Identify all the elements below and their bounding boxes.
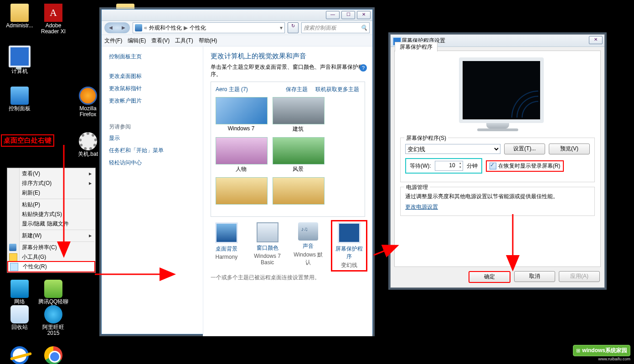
screensaver-select[interactable]: 变幻线	[405, 144, 500, 154]
theme-tile[interactable]: 人物	[216, 137, 267, 173]
sidebar-seealso-item[interactable]: 显示	[109, 134, 196, 142]
breadcrumb-item[interactable]: 个性化	[190, 24, 206, 32]
network-icon	[10, 280, 29, 298]
more-themes-link[interactable]: 联机获取更多主题	[315, 86, 359, 92]
settings-button[interactable]: 设置(T)...	[504, 144, 545, 154]
desktop-icon-aliwangwang[interactable]: 阿里旺旺2015	[37, 305, 69, 336]
sidebar-link[interactable]: 更改鼠标指针	[109, 85, 196, 92]
themes-box: 保存主题 联机获取更多主题 Aero 主题 (7) Windows 7 建筑 人…	[211, 82, 365, 217]
help-icon[interactable]: ?	[360, 64, 367, 72]
ctx-personalize[interactable]: 个性化(R)	[7, 261, 95, 272]
close-button[interactable]: ✕	[589, 36, 603, 44]
desktop-icon-recyclebin[interactable]: 回收站	[4, 305, 36, 330]
desktop-icon-chrome[interactable]	[37, 346, 69, 364]
page-subtitle: 单击某个主题立即更改桌面背景、窗口颜色、声音和屏幕保护程序。	[211, 63, 365, 78]
group-screensaver: 屏幕保护程序(S) 变幻线 设置(T)... 预览(V) 等待(W): 10 分…	[400, 138, 595, 182]
wait-unit: 分钟	[467, 162, 478, 170]
minimize-button[interactable]: —	[326, 11, 340, 19]
computer-icon	[9, 46, 31, 67]
menu-view[interactable]: 查看(V)	[151, 37, 170, 45]
sidebar-seealso-head: 另请参阅	[109, 123, 196, 131]
desktop-icon-admin[interactable]: Administr...	[4, 4, 36, 29]
breadcrumb-item[interactable]: 外观和个性化	[149, 24, 182, 32]
save-theme-link[interactable]: 保存主题	[286, 86, 308, 92]
window-color-icon	[257, 222, 278, 242]
breadcrumb[interactable]: « 外观和个性化 ▶ 个性化 ▾	[133, 22, 285, 33]
ctx-separator	[20, 199, 94, 199]
ctx-separator	[20, 230, 94, 230]
cancel-button[interactable]: 取消	[514, 271, 555, 282]
page-title: 更改计算机上的视觉效果和声音	[211, 52, 365, 61]
ctx-view[interactable]: 查看(V)	[7, 169, 95, 179]
chrome-icon	[44, 346, 62, 364]
desktop-icon-adobe[interactable]: AAdobe Reader XI	[37, 4, 69, 35]
ctx-hidden-files[interactable]: 显示/隐藏 隐藏文件	[7, 219, 95, 229]
preview-button[interactable]: 预览(V)	[549, 144, 590, 154]
nav-back-forward[interactable]: ◄►	[104, 22, 130, 33]
sidebar-home[interactable]: 控制面板主页	[109, 53, 196, 61]
monitor-icon	[9, 244, 16, 251]
theme-tile[interactable]	[216, 177, 267, 213]
pdf-icon: A	[44, 4, 62, 22]
group-power: 电源管理 通过调整显示亮度和其他电源设置以节省能源或提供最佳性能。 更改电源设置	[400, 187, 595, 216]
wallpaper-icon	[215, 222, 238, 243]
maximize-button[interactable]: ☐	[341, 11, 355, 19]
forward-icon[interactable]: ►	[117, 22, 130, 33]
ctx-paste-shortcut[interactable]: 粘贴快捷方式(S)	[7, 210, 95, 219]
back-icon[interactable]: ◄	[104, 22, 117, 33]
menubar: 文件(F) 编辑(E) 查看(V) 工具(T) 帮助(H)	[102, 35, 372, 46]
resume-checkbox-box[interactable]: 在恢复时显示登录屏幕(R)	[486, 160, 564, 172]
ie-icon	[10, 346, 29, 364]
personalize-icon	[10, 263, 18, 271]
close-button[interactable]: ✕	[357, 11, 371, 19]
ctx-gadgets[interactable]: 小工具(G)	[7, 252, 95, 262]
apply-button[interactable]: 应用(A)	[559, 271, 600, 282]
theme-tile[interactable]	[273, 177, 324, 213]
ctx-sort[interactable]: 排序方式(O)	[7, 179, 95, 188]
menu-edit[interactable]: 编辑(E)	[128, 37, 146, 45]
sidebar: 控制面板主页 更改桌面图标 更改鼠标指针 更改帐户图片 另请参阅 显示 任务栏和…	[102, 46, 203, 336]
ok-button[interactable]: 确定	[469, 271, 510, 283]
search-input[interactable]: 搜索控制面板🔍	[301, 22, 370, 33]
control-panel-icon	[10, 87, 29, 105]
recycle-bin-icon	[10, 305, 29, 323]
ctx-paste[interactable]: 粘贴(P)	[7, 200, 95, 210]
refresh-button[interactable]: ↻	[288, 22, 299, 33]
wait-spinner[interactable]: 10	[435, 161, 463, 171]
tab-screensaver[interactable]: 屏幕保护程序	[395, 42, 438, 51]
qq-icon	[44, 280, 62, 298]
sidebar-seealso-item[interactable]: 轻松访问中心	[109, 159, 196, 167]
tile-wallpaper[interactable]: 桌面背景Harmony	[211, 222, 242, 269]
power-link[interactable]: 更改电源设置	[405, 204, 438, 210]
checkbox-icon[interactable]	[490, 163, 496, 169]
sidebar-link[interactable]: 更改帐户图片	[109, 97, 196, 105]
ctx-new[interactable]: 新建(W)	[7, 231, 95, 241]
tile-sound[interactable]: 声音Windows 默认	[293, 222, 325, 269]
desktop-icon-ie[interactable]	[4, 346, 36, 364]
menu-tools[interactable]: 工具(T)	[175, 37, 193, 45]
desktop-icon-network[interactable]: 网络	[4, 280, 36, 305]
tile-screensaver[interactable]: 屏幕保护程序变幻线	[331, 220, 367, 272]
theme-tile[interactable]: Windows 7	[216, 97, 267, 133]
ctx-resolution[interactable]: 屏幕分辨率(C)	[7, 243, 95, 252]
wait-box: 等待(W): 10 分钟	[405, 158, 482, 174]
tile-windowcolor[interactable]: 窗口颜色Windows 7 Basic	[252, 222, 283, 269]
desktop-icon-shutdown[interactable]: 关机.bat	[72, 132, 104, 157]
desktop-icon-firefox[interactable]: Mozilla Firefox	[72, 87, 104, 118]
desktop-icon-controlpanel[interactable]: 控制面板	[4, 87, 36, 112]
theme-tile[interactable]: 风景	[273, 137, 324, 173]
firefox-icon	[79, 87, 97, 105]
menu-help[interactable]: 帮助(H)	[199, 37, 217, 45]
desktop-icon-computer[interactable]: 计算机	[4, 46, 36, 74]
menu-file[interactable]: 文件(F)	[104, 37, 122, 45]
watermark: ⊞windows系统家园 www.ruibaifu.com	[573, 345, 630, 361]
windows-flag-icon: ⊞	[576, 348, 580, 354]
sidebar-seealso-item[interactable]: 任务栏和「开始」菜单	[109, 147, 196, 154]
monitor-icon	[135, 24, 142, 31]
ctx-refresh[interactable]: 刷新(E)	[7, 188, 95, 198]
theme-tile[interactable]: 建筑	[273, 97, 324, 133]
main-panel: ? 更改计算机上的视觉效果和声音 单击某个主题立即更改桌面背景、窗口颜色、声音和…	[203, 46, 372, 336]
titlebar[interactable]: — ☐ ✕	[102, 10, 372, 21]
sidebar-link[interactable]: 更改桌面图标	[109, 72, 196, 80]
power-text: 通过调整显示亮度和其他电源设置以节省能源或提供最佳性能。	[405, 193, 590, 200]
